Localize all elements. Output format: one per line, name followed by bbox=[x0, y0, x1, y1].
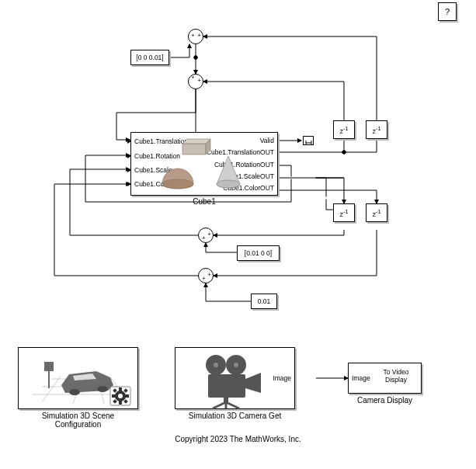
sum-block-1[interactable]: + + bbox=[188, 29, 203, 44]
help-button[interactable]: ? bbox=[438, 2, 457, 21]
sum-block-4[interactable]: + + bbox=[198, 268, 214, 283]
help-icon: ? bbox=[445, 7, 450, 16]
copyright-footer: Copyright 2023 The MathWorks, Inc. bbox=[0, 435, 476, 443]
svg-point-23 bbox=[118, 394, 123, 398]
constant-block-c3[interactable]: 0.01 bbox=[251, 294, 277, 309]
svg-point-19 bbox=[69, 389, 80, 395]
scene-config-icon bbox=[19, 348, 139, 410]
cube1-geometry-icon bbox=[131, 133, 279, 196]
display-caption: Camera Display bbox=[348, 396, 422, 405]
constant-c3-value: 0.01 bbox=[258, 297, 271, 305]
constant-c1-value: [0 0 0.01] bbox=[136, 54, 163, 61]
constant-block-c1[interactable]: [0 0 0.01] bbox=[130, 50, 169, 65]
svg-point-36 bbox=[234, 363, 238, 367]
svg-point-35 bbox=[214, 363, 218, 367]
svg-marker-3 bbox=[182, 144, 206, 155]
unit-delay-2[interactable]: z-1 bbox=[366, 120, 387, 139]
sum-block-2[interactable]: + + bbox=[188, 74, 203, 89]
delay-z-1: z-1 bbox=[339, 125, 348, 135]
svg-rect-27 bbox=[125, 394, 129, 398]
video-display-block[interactable]: Image To Video Display bbox=[348, 363, 422, 394]
cube1-caption: Cube1 bbox=[130, 197, 278, 206]
svg-rect-16 bbox=[48, 371, 50, 388]
svg-marker-37 bbox=[245, 373, 261, 393]
display-in-image-label: Image bbox=[352, 374, 370, 382]
terminator-block[interactable] bbox=[303, 136, 314, 145]
svg-rect-24 bbox=[119, 387, 122, 391]
cube1-block[interactable]: Cube1.Translation Cube1.Rotation Cube1.S… bbox=[130, 132, 278, 196]
delay-z-4: z-1 bbox=[372, 208, 380, 218]
camera-get-block[interactable]: Image bbox=[175, 347, 295, 409]
svg-point-0 bbox=[194, 56, 198, 60]
constant-block-c2[interactable]: [0.01 0 0] bbox=[237, 245, 280, 261]
svg-point-6 bbox=[162, 179, 193, 189]
display-text-line2: Display bbox=[376, 376, 416, 384]
camera-out-image-label: Image bbox=[273, 374, 291, 382]
svg-rect-26 bbox=[112, 394, 116, 398]
delay-z-3: z-1 bbox=[339, 208, 348, 218]
svg-point-20 bbox=[97, 386, 108, 392]
scene-config-block[interactable] bbox=[18, 347, 138, 409]
display-text-line1: To Video bbox=[376, 368, 416, 376]
svg-rect-25 bbox=[119, 401, 122, 405]
svg-rect-15 bbox=[44, 362, 54, 371]
delay-z-2: z-1 bbox=[372, 125, 380, 135]
svg-line-39 bbox=[213, 402, 226, 408]
sum-block-3[interactable]: + + bbox=[198, 228, 214, 243]
unit-delay-1[interactable]: z-1 bbox=[333, 120, 355, 139]
camera-caption: Simulation 3D Camera Get bbox=[175, 412, 295, 420]
scene-config-caption: Simulation 3D Scene Configuration bbox=[18, 412, 138, 429]
svg-point-1 bbox=[342, 151, 346, 155]
constant-c2-value: [0.01 0 0] bbox=[245, 249, 272, 257]
unit-delay-4[interactable]: z-1 bbox=[366, 203, 387, 222]
svg-line-11 bbox=[42, 376, 61, 402]
svg-rect-38 bbox=[224, 398, 228, 402]
svg-rect-32 bbox=[208, 374, 245, 398]
unit-delay-3[interactable]: z-1 bbox=[333, 203, 355, 222]
svg-point-7 bbox=[217, 180, 240, 188]
svg-line-40 bbox=[226, 402, 239, 408]
